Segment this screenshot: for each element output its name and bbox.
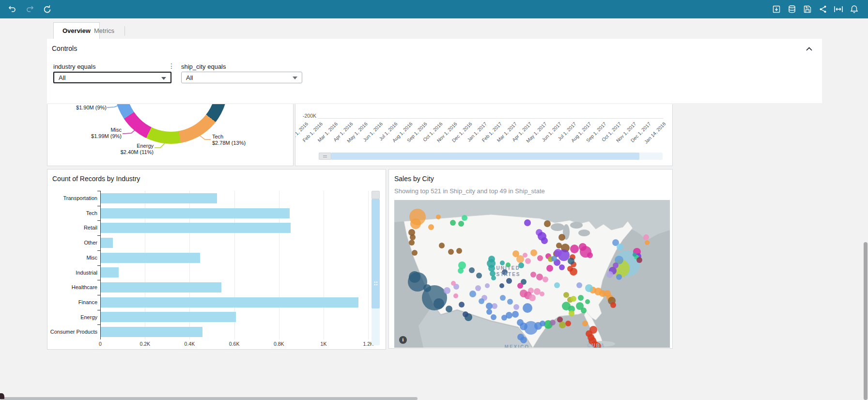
map-bubble[interactable] <box>568 258 574 264</box>
map-bubble[interactable] <box>563 292 569 298</box>
map-bubble[interactable] <box>448 249 454 255</box>
map-bubble[interactable] <box>428 224 434 230</box>
map-bubble[interactable] <box>444 287 450 294</box>
bar-energy[interactable] <box>101 312 236 322</box>
bar-misc[interactable] <box>101 253 200 263</box>
map-bubble[interactable] <box>530 249 537 256</box>
map-bubble[interactable] <box>587 252 593 258</box>
filter-industry-menu-icon[interactable]: ⋮ <box>168 62 175 71</box>
map-bubble[interactable] <box>571 296 576 302</box>
page-horizontal-scrollbar-thumb[interactable] <box>0 397 418 400</box>
map-bubble[interactable] <box>550 320 556 325</box>
bar-chart-scrollbar-thumb[interactable]: •••• <box>372 199 380 308</box>
map-bubble[interactable] <box>616 274 622 280</box>
map-bubble[interactable] <box>485 283 490 288</box>
map-bubble[interactable] <box>537 255 543 261</box>
map-bubble[interactable] <box>530 272 536 277</box>
map-bubble[interactable] <box>540 292 544 296</box>
map-bubble[interactable] <box>617 244 623 250</box>
map-bubble[interactable] <box>541 237 548 244</box>
map-bubble[interactable] <box>476 273 482 278</box>
map-bubble[interactable] <box>606 271 613 278</box>
map-bubble[interactable] <box>542 277 548 282</box>
map-bubble[interactable] <box>491 276 496 280</box>
map-bubble[interactable] <box>410 234 416 240</box>
fit-width-icon[interactable] <box>833 4 844 15</box>
map-bubble[interactable] <box>578 295 584 301</box>
map-bubble[interactable] <box>462 215 467 221</box>
redo-icon[interactable] <box>24 4 35 15</box>
bar-finance[interactable] <box>101 297 358 308</box>
map-bubble[interactable] <box>453 293 458 298</box>
bar-consumer-products[interactable] <box>101 327 202 337</box>
map-bubble[interactable] <box>469 291 476 297</box>
map-bubble[interactable] <box>525 258 531 264</box>
map-bubble[interactable] <box>613 262 619 268</box>
map-bubble[interactable] <box>544 220 551 227</box>
undo-icon[interactable] <box>7 4 17 15</box>
map-bubble[interactable] <box>559 322 566 328</box>
bar-chart-scrollbar-handle[interactable] <box>372 191 380 199</box>
map-bubble[interactable] <box>558 234 565 241</box>
bar-other[interactable] <box>101 238 113 248</box>
map-bubble[interactable] <box>546 265 553 272</box>
map-bubble[interactable] <box>479 298 484 304</box>
collapse-controls-button[interactable] <box>805 45 813 53</box>
insert-icon[interactable] <box>771 4 782 15</box>
map-bubble[interactable] <box>513 304 519 310</box>
map-bubble[interactable] <box>506 278 512 284</box>
map-bubble[interactable] <box>469 267 475 273</box>
bar-transportation[interactable] <box>101 193 217 203</box>
map-info-icon[interactable]: i <box>399 336 407 344</box>
dataset-icon[interactable] <box>787 4 797 15</box>
map-bubble[interactable] <box>486 309 492 315</box>
map-bubble[interactable] <box>570 245 579 253</box>
map-bubble[interactable] <box>582 321 588 326</box>
save-icon[interactable] <box>802 4 813 15</box>
ship-city-dropdown[interactable]: All <box>181 72 302 83</box>
map-bubble[interactable] <box>517 283 523 289</box>
bar-chart-plot[interactable] <box>100 191 369 339</box>
map-bubble[interactable] <box>456 248 462 254</box>
map-bubble[interactable] <box>551 256 557 262</box>
geo-bubble-map[interactable]: UNITEDSTATES MEXICO CUBA i <box>394 200 670 348</box>
map-bubble[interactable] <box>492 303 497 309</box>
tab-metrics[interactable]: Metrics <box>85 22 123 39</box>
map-bubble[interactable] <box>559 264 565 270</box>
bar-chart-scrollbar-track[interactable]: •••• <box>372 191 380 345</box>
map-bubble[interactable] <box>523 253 527 258</box>
map-bubble[interactable] <box>520 337 527 343</box>
bar-industrial[interactable] <box>101 267 119 277</box>
map-bubble[interactable] <box>458 221 464 227</box>
map-bubble[interactable] <box>499 283 504 288</box>
page-vertical-scrollbar-thumb[interactable] <box>864 242 868 400</box>
timeline-scrollbar-thumb[interactable] <box>331 153 639 160</box>
map-bubble[interactable] <box>585 299 590 304</box>
bar-tech[interactable] <box>101 208 290 218</box>
map-bubble[interactable] <box>554 249 562 257</box>
map-bubble[interactable] <box>410 218 421 229</box>
map-bubble[interactable] <box>409 240 415 246</box>
bar-retail[interactable] <box>101 223 291 233</box>
map-bubble[interactable] <box>581 308 587 313</box>
map-bubble[interactable] <box>569 310 574 316</box>
map-bubble[interactable] <box>463 311 468 317</box>
reset-icon[interactable] <box>42 4 52 15</box>
map-bubble[interactable] <box>507 299 513 305</box>
map-bubble[interactable] <box>412 250 418 256</box>
map-bubble[interactable] <box>633 253 636 257</box>
map-bubble[interactable] <box>451 281 456 286</box>
map-bubble[interactable] <box>585 284 593 292</box>
map-bubble[interactable] <box>450 220 456 226</box>
share-icon[interactable] <box>818 4 828 15</box>
map-bubble[interactable] <box>436 215 441 219</box>
map-bubble[interactable] <box>439 243 445 248</box>
map-bubble[interactable] <box>491 314 496 320</box>
map-bubble[interactable] <box>446 306 452 312</box>
timeline-scrollbar-track[interactable] <box>319 153 663 160</box>
map-bubble[interactable] <box>523 303 532 313</box>
map-bubble[interactable] <box>540 321 545 326</box>
map-bubble[interactable] <box>512 250 519 257</box>
map-bubble[interactable] <box>486 303 493 309</box>
map-bubble[interactable] <box>524 219 531 226</box>
